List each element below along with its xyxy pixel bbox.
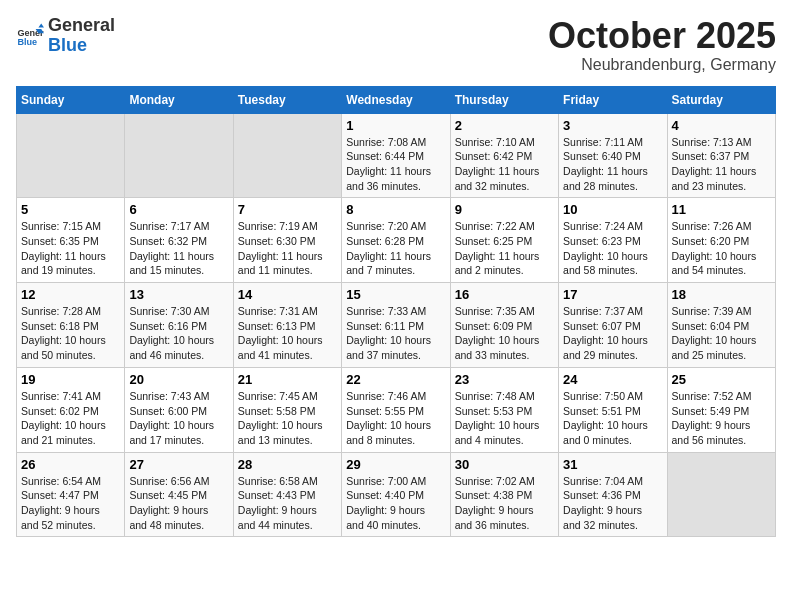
day-info: Sunrise: 7:19 AMSunset: 6:30 PMDaylight:… bbox=[238, 219, 337, 278]
month-title: October 2025 bbox=[548, 16, 776, 56]
calendar-cell: 14Sunrise: 7:31 AMSunset: 6:13 PMDayligh… bbox=[233, 283, 341, 368]
svg-marker-2 bbox=[38, 23, 44, 27]
calendar-cell: 22Sunrise: 7:46 AMSunset: 5:55 PMDayligh… bbox=[342, 367, 450, 452]
day-header-saturday: Saturday bbox=[667, 86, 775, 113]
day-info: Sunrise: 7:43 AMSunset: 6:00 PMDaylight:… bbox=[129, 389, 228, 448]
day-info: Sunrise: 7:08 AMSunset: 6:44 PMDaylight:… bbox=[346, 135, 445, 194]
day-header-tuesday: Tuesday bbox=[233, 86, 341, 113]
calendar-cell bbox=[125, 113, 233, 198]
calendar-cell: 9Sunrise: 7:22 AMSunset: 6:25 PMDaylight… bbox=[450, 198, 558, 283]
day-number: 16 bbox=[455, 287, 554, 302]
day-number: 10 bbox=[563, 202, 662, 217]
day-info: Sunrise: 7:39 AMSunset: 6:04 PMDaylight:… bbox=[672, 304, 771, 363]
calendar-table: SundayMondayTuesdayWednesdayThursdayFrid… bbox=[16, 86, 776, 538]
day-info: Sunrise: 6:56 AMSunset: 4:45 PMDaylight:… bbox=[129, 474, 228, 533]
day-info: Sunrise: 6:58 AMSunset: 4:43 PMDaylight:… bbox=[238, 474, 337, 533]
calendar-cell: 25Sunrise: 7:52 AMSunset: 5:49 PMDayligh… bbox=[667, 367, 775, 452]
day-info: Sunrise: 7:31 AMSunset: 6:13 PMDaylight:… bbox=[238, 304, 337, 363]
calendar-cell: 19Sunrise: 7:41 AMSunset: 6:02 PMDayligh… bbox=[17, 367, 125, 452]
day-info: Sunrise: 7:37 AMSunset: 6:07 PMDaylight:… bbox=[563, 304, 662, 363]
day-header-wednesday: Wednesday bbox=[342, 86, 450, 113]
day-number: 2 bbox=[455, 118, 554, 133]
calendar-cell: 30Sunrise: 7:02 AMSunset: 4:38 PMDayligh… bbox=[450, 452, 558, 537]
day-number: 27 bbox=[129, 457, 228, 472]
day-info: Sunrise: 7:30 AMSunset: 6:16 PMDaylight:… bbox=[129, 304, 228, 363]
location: Neubrandenburg, Germany bbox=[548, 56, 776, 74]
day-header-thursday: Thursday bbox=[450, 86, 558, 113]
day-number: 30 bbox=[455, 457, 554, 472]
day-number: 6 bbox=[129, 202, 228, 217]
day-number: 19 bbox=[21, 372, 120, 387]
calendar-cell: 1Sunrise: 7:08 AMSunset: 6:44 PMDaylight… bbox=[342, 113, 450, 198]
day-info: Sunrise: 7:41 AMSunset: 6:02 PMDaylight:… bbox=[21, 389, 120, 448]
week-row-5: 26Sunrise: 6:54 AMSunset: 4:47 PMDayligh… bbox=[17, 452, 776, 537]
day-info: Sunrise: 7:35 AMSunset: 6:09 PMDaylight:… bbox=[455, 304, 554, 363]
day-number: 26 bbox=[21, 457, 120, 472]
calendar-cell: 31Sunrise: 7:04 AMSunset: 4:36 PMDayligh… bbox=[559, 452, 667, 537]
day-info: Sunrise: 7:02 AMSunset: 4:38 PMDaylight:… bbox=[455, 474, 554, 533]
day-info: Sunrise: 7:28 AMSunset: 6:18 PMDaylight:… bbox=[21, 304, 120, 363]
week-row-2: 5Sunrise: 7:15 AMSunset: 6:35 PMDaylight… bbox=[17, 198, 776, 283]
day-number: 22 bbox=[346, 372, 445, 387]
logo: General Blue General Blue bbox=[16, 16, 115, 56]
day-number: 20 bbox=[129, 372, 228, 387]
day-info: Sunrise: 7:17 AMSunset: 6:32 PMDaylight:… bbox=[129, 219, 228, 278]
day-number: 23 bbox=[455, 372, 554, 387]
calendar-cell: 20Sunrise: 7:43 AMSunset: 6:00 PMDayligh… bbox=[125, 367, 233, 452]
calendar-cell: 28Sunrise: 6:58 AMSunset: 4:43 PMDayligh… bbox=[233, 452, 341, 537]
calendar-cell: 6Sunrise: 7:17 AMSunset: 6:32 PMDaylight… bbox=[125, 198, 233, 283]
header: General Blue General Blue October 2025 N… bbox=[16, 16, 776, 74]
day-number: 31 bbox=[563, 457, 662, 472]
day-header-friday: Friday bbox=[559, 86, 667, 113]
calendar-cell: 13Sunrise: 7:30 AMSunset: 6:16 PMDayligh… bbox=[125, 283, 233, 368]
day-info: Sunrise: 6:54 AMSunset: 4:47 PMDaylight:… bbox=[21, 474, 120, 533]
day-info: Sunrise: 7:46 AMSunset: 5:55 PMDaylight:… bbox=[346, 389, 445, 448]
calendar-cell bbox=[667, 452, 775, 537]
calendar-cell: 4Sunrise: 7:13 AMSunset: 6:37 PMDaylight… bbox=[667, 113, 775, 198]
calendar-cell: 12Sunrise: 7:28 AMSunset: 6:18 PMDayligh… bbox=[17, 283, 125, 368]
day-number: 18 bbox=[672, 287, 771, 302]
calendar-cell: 29Sunrise: 7:00 AMSunset: 4:40 PMDayligh… bbox=[342, 452, 450, 537]
logo-icon: General Blue bbox=[16, 22, 44, 50]
day-number: 21 bbox=[238, 372, 337, 387]
week-row-1: 1Sunrise: 7:08 AMSunset: 6:44 PMDaylight… bbox=[17, 113, 776, 198]
calendar-cell: 21Sunrise: 7:45 AMSunset: 5:58 PMDayligh… bbox=[233, 367, 341, 452]
calendar-cell: 27Sunrise: 6:56 AMSunset: 4:45 PMDayligh… bbox=[125, 452, 233, 537]
title-area: October 2025 Neubrandenburg, Germany bbox=[548, 16, 776, 74]
calendar-cell: 16Sunrise: 7:35 AMSunset: 6:09 PMDayligh… bbox=[450, 283, 558, 368]
calendar-cell: 3Sunrise: 7:11 AMSunset: 6:40 PMDaylight… bbox=[559, 113, 667, 198]
day-number: 17 bbox=[563, 287, 662, 302]
calendar-cell bbox=[17, 113, 125, 198]
day-number: 1 bbox=[346, 118, 445, 133]
day-number: 15 bbox=[346, 287, 445, 302]
day-number: 29 bbox=[346, 457, 445, 472]
calendar-cell: 24Sunrise: 7:50 AMSunset: 5:51 PMDayligh… bbox=[559, 367, 667, 452]
day-number: 9 bbox=[455, 202, 554, 217]
day-info: Sunrise: 7:11 AMSunset: 6:40 PMDaylight:… bbox=[563, 135, 662, 194]
day-number: 25 bbox=[672, 372, 771, 387]
day-number: 24 bbox=[563, 372, 662, 387]
calendar-cell: 11Sunrise: 7:26 AMSunset: 6:20 PMDayligh… bbox=[667, 198, 775, 283]
calendar-cell: 18Sunrise: 7:39 AMSunset: 6:04 PMDayligh… bbox=[667, 283, 775, 368]
calendar-cell: 8Sunrise: 7:20 AMSunset: 6:28 PMDaylight… bbox=[342, 198, 450, 283]
week-row-4: 19Sunrise: 7:41 AMSunset: 6:02 PMDayligh… bbox=[17, 367, 776, 452]
calendar-cell: 23Sunrise: 7:48 AMSunset: 5:53 PMDayligh… bbox=[450, 367, 558, 452]
day-info: Sunrise: 7:00 AMSunset: 4:40 PMDaylight:… bbox=[346, 474, 445, 533]
day-header-monday: Monday bbox=[125, 86, 233, 113]
day-info: Sunrise: 7:26 AMSunset: 6:20 PMDaylight:… bbox=[672, 219, 771, 278]
calendar-cell: 2Sunrise: 7:10 AMSunset: 6:42 PMDaylight… bbox=[450, 113, 558, 198]
day-number: 13 bbox=[129, 287, 228, 302]
day-number: 5 bbox=[21, 202, 120, 217]
calendar-cell bbox=[233, 113, 341, 198]
day-number: 4 bbox=[672, 118, 771, 133]
calendar-cell: 7Sunrise: 7:19 AMSunset: 6:30 PMDaylight… bbox=[233, 198, 341, 283]
day-number: 28 bbox=[238, 457, 337, 472]
day-number: 14 bbox=[238, 287, 337, 302]
day-info: Sunrise: 7:24 AMSunset: 6:23 PMDaylight:… bbox=[563, 219, 662, 278]
day-info: Sunrise: 7:22 AMSunset: 6:25 PMDaylight:… bbox=[455, 219, 554, 278]
days-header-row: SundayMondayTuesdayWednesdayThursdayFrid… bbox=[17, 86, 776, 113]
day-number: 8 bbox=[346, 202, 445, 217]
calendar-cell: 17Sunrise: 7:37 AMSunset: 6:07 PMDayligh… bbox=[559, 283, 667, 368]
day-info: Sunrise: 7:13 AMSunset: 6:37 PMDaylight:… bbox=[672, 135, 771, 194]
day-info: Sunrise: 7:20 AMSunset: 6:28 PMDaylight:… bbox=[346, 219, 445, 278]
